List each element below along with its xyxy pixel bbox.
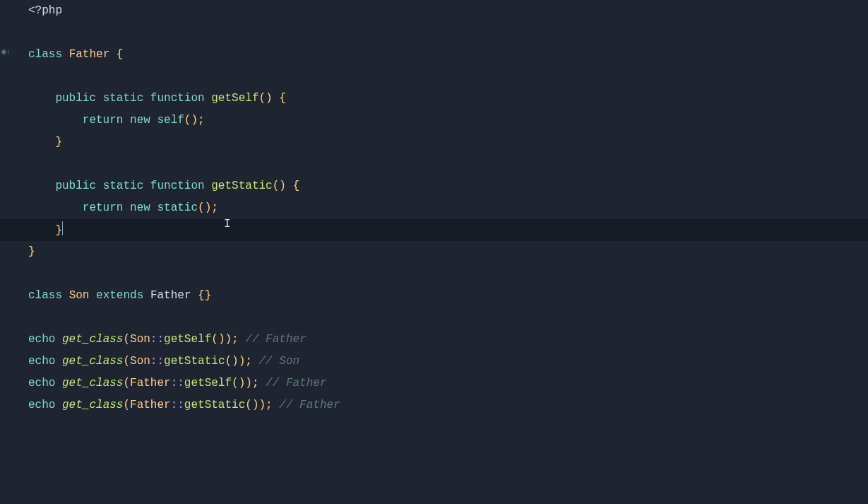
token xyxy=(123,201,130,214)
token: getStatic xyxy=(184,399,245,411)
token: { xyxy=(117,48,124,61)
token: static xyxy=(157,201,198,214)
token: :: xyxy=(171,377,184,389)
token: // Father xyxy=(279,399,340,411)
code-line[interactable]: return new static(); xyxy=(28,197,868,219)
token: function xyxy=(150,180,205,192)
token: :: xyxy=(150,333,164,346)
code-line[interactable] xyxy=(28,153,868,175)
token: static xyxy=(103,180,144,192)
token xyxy=(143,180,150,192)
token: echo xyxy=(28,377,55,389)
token xyxy=(273,399,280,411)
token: // Son xyxy=(259,355,300,368)
line-content: <?php xyxy=(28,4,62,17)
token: Son xyxy=(130,333,150,346)
code-line[interactable]: echo get_class(Father::getStatic()); // … xyxy=(28,394,868,416)
code-line[interactable] xyxy=(28,263,868,285)
token: get_class xyxy=(62,333,123,346)
token xyxy=(252,355,259,368)
token: get_class xyxy=(62,355,123,368)
line-content: return new self(); xyxy=(28,114,205,127)
current-line-highlight xyxy=(0,219,868,241)
code-line[interactable] xyxy=(28,22,868,44)
token: return xyxy=(83,201,124,214)
token: new xyxy=(130,201,150,214)
line-content: } xyxy=(28,224,63,237)
token xyxy=(150,201,157,214)
token: ()); xyxy=(225,355,251,368)
token: ()); xyxy=(245,399,272,411)
token xyxy=(123,114,130,127)
code-line[interactable]: <?php xyxy=(28,0,868,22)
token xyxy=(205,180,212,192)
code-line[interactable]: } xyxy=(28,131,868,153)
token: class xyxy=(28,289,62,302)
token: { xyxy=(279,92,286,105)
line-content: public static function getStatic() { xyxy=(28,180,299,192)
token: getStatic xyxy=(164,355,225,368)
token xyxy=(89,289,96,302)
code-line[interactable]: } xyxy=(28,219,868,241)
code-line[interactable]: public static function getSelf() { xyxy=(28,88,868,110)
token: public xyxy=(55,180,96,192)
token xyxy=(258,377,266,389)
token: Father xyxy=(150,289,191,302)
token xyxy=(286,180,293,192)
line-content: echo get_class(Father::getSelf()); // Fa… xyxy=(28,377,327,389)
token xyxy=(273,92,280,105)
token: new xyxy=(130,114,150,127)
code-line[interactable]: echo get_class(Father::getSelf()); // Fa… xyxy=(28,373,868,394)
token: ()); xyxy=(211,333,238,346)
line-content: echo get_class(Son::getStatic()); // Son xyxy=(28,355,299,368)
code-line[interactable]: } xyxy=(28,241,868,263)
code-line[interactable]: public static function getStatic() { xyxy=(28,175,868,197)
line-content: } xyxy=(28,245,35,258)
token xyxy=(55,377,62,389)
line-content: echo get_class(Father::getStatic()); // … xyxy=(28,399,340,411)
code-content[interactable]: <?phpclass Father { public static functi… xyxy=(28,0,868,416)
token: Father xyxy=(69,48,110,61)
token xyxy=(205,92,212,105)
token: getSelf xyxy=(184,377,232,389)
caret xyxy=(62,221,63,235)
code-editor[interactable]: ◉↓ <?phpclass Father { public static fun… xyxy=(0,0,868,416)
token: ( xyxy=(123,355,130,368)
token: get_class xyxy=(62,399,123,411)
token xyxy=(143,92,150,105)
token xyxy=(239,333,246,346)
token: ()); xyxy=(232,377,258,389)
code-line[interactable]: class Father { xyxy=(28,44,868,66)
token: Son xyxy=(69,289,90,302)
token: :: xyxy=(150,355,164,368)
token: ( xyxy=(123,333,130,346)
token: Father xyxy=(130,399,171,411)
token: ( xyxy=(123,377,130,389)
code-line[interactable]: echo get_class(Son::getStatic()); // Son xyxy=(28,351,868,373)
token: (); xyxy=(198,201,218,214)
code-line[interactable] xyxy=(28,307,868,329)
token xyxy=(109,48,117,61)
token: class xyxy=(28,48,62,61)
line-content: echo get_class(Son::getSelf()); // Fathe… xyxy=(28,333,307,346)
code-line[interactable]: echo get_class(Son::getSelf()); // Fathe… xyxy=(28,329,868,351)
code-line[interactable]: return new self(); xyxy=(28,110,868,131)
token xyxy=(150,114,157,127)
token: <?php xyxy=(28,4,62,17)
token xyxy=(62,289,69,302)
line-content: class Father { xyxy=(28,48,123,61)
token: () xyxy=(273,180,286,192)
token xyxy=(55,333,62,346)
code-line[interactable] xyxy=(28,66,868,88)
token: Father xyxy=(130,377,171,389)
implementations-icon[interactable]: ◉↓ xyxy=(1,45,11,54)
token: } xyxy=(55,136,62,148)
token: echo xyxy=(28,399,55,411)
token: } xyxy=(28,245,35,258)
token xyxy=(62,48,69,61)
token: // Father xyxy=(245,333,306,346)
line-content: public static function getSelf() { xyxy=(28,92,286,105)
token: ( xyxy=(123,399,130,411)
token xyxy=(143,289,150,302)
code-line[interactable]: class Son extends Father {} xyxy=(28,285,868,307)
